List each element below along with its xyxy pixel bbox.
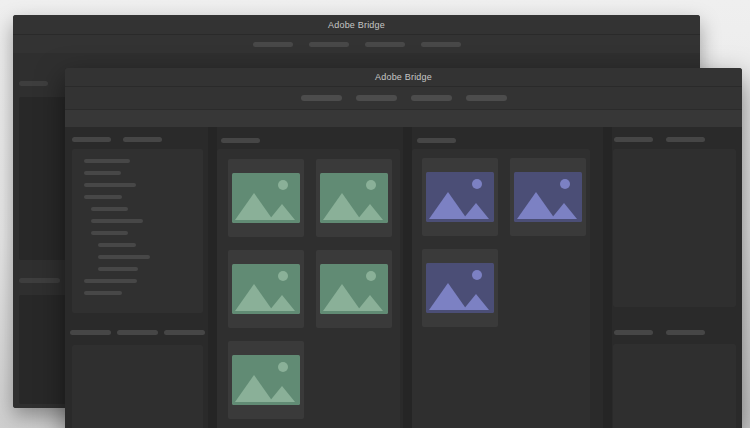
front-window: Adobe Bridge xyxy=(65,68,742,428)
thumbnail-grid-panel-purple xyxy=(412,149,590,428)
thumbnail-card[interactable] xyxy=(422,249,498,327)
front-window-pathbar xyxy=(65,110,742,127)
preview-panel-tab xyxy=(417,138,456,143)
back-window-titlebar[interactable]: Adobe Bridge xyxy=(13,15,700,35)
desktop-background: { "back_window": { "title": "Adobe Bridg… xyxy=(0,0,750,428)
right-panel-bottom-tabs xyxy=(614,330,705,335)
folder-tree-item[interactable] xyxy=(84,159,130,163)
folder-tree-item[interactable] xyxy=(84,195,122,199)
folder-tree-item[interactable] xyxy=(98,243,136,247)
placeholder-pill[interactable] xyxy=(301,95,342,101)
placeholder-pill[interactable] xyxy=(253,42,293,47)
left-panel-bottom-tabs xyxy=(70,330,205,335)
thumbnail-card[interactable] xyxy=(510,158,586,236)
thumbnail-card[interactable] xyxy=(228,250,304,328)
placeholder-pill[interactable] xyxy=(466,95,507,101)
panel-divider[interactable] xyxy=(208,127,217,428)
thumbnail-grid xyxy=(217,149,400,419)
image-placeholder-icon xyxy=(514,172,582,222)
placeholder-pill[interactable] xyxy=(421,42,461,47)
placeholder-pill[interactable] xyxy=(72,137,111,142)
thumbnail-grid xyxy=(412,149,590,327)
placeholder-pill[interactable] xyxy=(614,330,653,335)
image-placeholder-icon xyxy=(426,172,494,222)
folder-tree-panel xyxy=(72,149,203,313)
folder-tree-item[interactable] xyxy=(91,207,128,211)
front-window-titlebar[interactable]: Adobe Bridge xyxy=(65,68,742,87)
folder-tree-item[interactable] xyxy=(98,255,150,259)
front-toolbar-placeholders xyxy=(301,95,507,101)
placeholder-pill[interactable] xyxy=(164,330,205,335)
thumbnail-grid-panel-green xyxy=(217,149,400,428)
placeholder-pill[interactable] xyxy=(666,330,705,335)
thumbnail-card[interactable] xyxy=(316,250,392,328)
left-panel-tabs xyxy=(72,137,162,142)
panel-divider[interactable] xyxy=(403,127,412,428)
placeholder-pill[interactable] xyxy=(666,137,705,142)
placeholder-pill[interactable] xyxy=(221,138,260,143)
thumbnail-card[interactable] xyxy=(316,159,392,237)
placeholder-pill[interactable] xyxy=(365,42,405,47)
image-placeholder-icon xyxy=(232,173,300,223)
placeholder-pill[interactable] xyxy=(117,330,158,335)
thumbnail-card[interactable] xyxy=(228,341,304,419)
right-top-panel xyxy=(613,149,736,307)
placeholder-pill[interactable] xyxy=(123,137,162,142)
back-window-title: Adobe Bridge xyxy=(328,20,385,30)
back-sidebar-tab-placeholder[interactable] xyxy=(19,278,60,283)
image-placeholder-icon xyxy=(232,355,300,405)
left-bottom-panel xyxy=(72,345,203,428)
front-window-toolbar xyxy=(65,87,742,110)
folder-tree-item[interactable] xyxy=(84,171,121,175)
placeholder-pill[interactable] xyxy=(417,138,456,143)
placeholder-pill[interactable] xyxy=(356,95,397,101)
image-placeholder-icon xyxy=(426,263,494,313)
placeholder-pill[interactable] xyxy=(614,137,653,142)
thumbnail-card[interactable] xyxy=(228,159,304,237)
folder-tree-item[interactable] xyxy=(98,267,138,271)
back-sidebar-tab-placeholder[interactable] xyxy=(19,81,48,86)
placeholder-pill[interactable] xyxy=(70,330,111,335)
folder-tree-item[interactable] xyxy=(84,183,136,187)
image-placeholder-icon xyxy=(232,264,300,314)
placeholder-pill[interactable] xyxy=(309,42,349,47)
front-window-title: Adobe Bridge xyxy=(375,72,432,82)
right-panel-tabs xyxy=(614,137,705,142)
thumbnail-card[interactable] xyxy=(422,158,498,236)
folder-tree-item[interactable] xyxy=(91,231,128,235)
folder-tree-item[interactable] xyxy=(91,219,143,223)
back-toolbar-placeholders xyxy=(253,42,461,47)
placeholder-pill[interactable] xyxy=(411,95,452,101)
right-bottom-panel xyxy=(613,344,736,428)
image-placeholder-icon xyxy=(320,264,388,314)
content-panel-tab xyxy=(221,138,260,143)
folder-tree-item[interactable] xyxy=(84,291,122,295)
panel-divider[interactable] xyxy=(603,127,612,428)
back-window-toolbar xyxy=(13,35,700,54)
folder-tree-item[interactable] xyxy=(84,279,137,283)
image-placeholder-icon xyxy=(320,173,388,223)
front-window-content xyxy=(65,127,742,428)
